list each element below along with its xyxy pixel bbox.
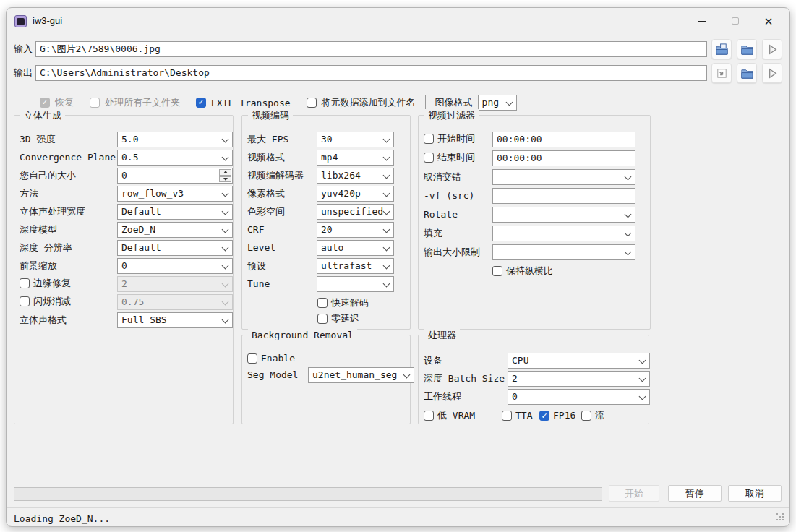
close-button[interactable]: ✕ — [752, 8, 785, 34]
play-icon — [766, 66, 779, 80]
edge-fix-checkbox[interactable] — [20, 278, 30, 288]
field-label: Rotate — [424, 207, 458, 222]
video-codec-combobox[interactable]: libx264 — [317, 168, 394, 184]
input-folder-button[interactable] — [737, 39, 757, 59]
flicker-reduction-checkbox[interactable] — [20, 296, 30, 306]
field-label: 预设 — [247, 258, 266, 273]
chevron-down-icon — [383, 208, 390, 215]
start-button[interactable]: 开始 — [609, 485, 659, 502]
field-label: 视频编解码器 — [247, 168, 304, 183]
output-path-field[interactable]: C:\Users\Administrator\Desktop — [35, 65, 707, 81]
field-label: 工作线程 — [424, 389, 461, 404]
chevron-down-icon — [505, 99, 513, 106]
max-fps-combobox[interactable]: 30 — [317, 132, 394, 147]
process-subfolders-checkbox[interactable] — [90, 98, 100, 108]
chevron-down-icon — [383, 226, 390, 233]
stream-checkbox[interactable] — [581, 411, 591, 421]
start-time-checkbox[interactable] — [424, 134, 434, 144]
folder-icon — [740, 43, 754, 56]
start-time-field[interactable]: 00:00:00 — [492, 132, 635, 147]
flicker-reduction-combobox[interactable]: 0.75 — [117, 294, 233, 310]
own-size-spinbox[interactable]: 0 — [117, 168, 233, 184]
chevron-down-icon — [625, 249, 632, 256]
cancel-button[interactable]: 取消 — [728, 485, 782, 502]
pause-button[interactable]: 暂停 — [668, 485, 722, 502]
field-label: 视频格式 — [247, 150, 285, 165]
panel-background-removal: Background Removal Enable Seg Model u2ne… — [241, 335, 411, 424]
spin-down-button[interactable] — [219, 176, 231, 183]
chevron-down-icon — [222, 299, 229, 306]
input-path-field[interactable]: G:\图片2\7589\0006.jpg — [35, 41, 707, 57]
depth-batch-size-combobox[interactable]: 2 — [508, 371, 650, 387]
chevron-down-icon — [222, 226, 229, 233]
field-label: 最大 FPS — [247, 132, 288, 147]
pixel-format-combobox[interactable]: yuv420p — [317, 186, 394, 202]
tta-checkbox[interactable] — [502, 411, 512, 421]
convergence-plane-combobox[interactable]: 0.5 — [117, 150, 233, 166]
titlebar: iw3-gui ✕ — [7, 8, 789, 34]
chevron-down-icon — [222, 262, 229, 270]
end-time-field[interactable]: 00:00:00 — [492, 150, 635, 166]
panel-title: 立体生成 — [20, 109, 65, 121]
zero-latency-checkbox[interactable] — [317, 314, 328, 324]
crf-combobox[interactable]: 20 — [317, 222, 394, 238]
worker-threads-combobox[interactable]: 0 — [508, 389, 650, 405]
stereo-format-combobox[interactable]: Full SBS — [117, 312, 233, 328]
chevron-down-icon — [639, 375, 646, 382]
chevron-down-icon — [625, 173, 632, 181]
output-folder-button[interactable] — [737, 63, 757, 83]
rotate-combobox[interactable] — [492, 207, 635, 223]
3d-strength-combobox[interactable]: 5.0 — [117, 132, 233, 147]
chevron-down-icon — [383, 136, 390, 143]
input-play-button[interactable] — [762, 39, 782, 59]
depth-resolution-combobox[interactable]: Default — [117, 240, 233, 256]
keep-aspect-checkbox[interactable] — [492, 266, 502, 276]
maximize-button[interactable] — [719, 8, 752, 34]
field-label: 方法 — [20, 186, 38, 201]
chevron-down-icon — [222, 136, 229, 143]
method-combobox[interactable]: row_flow_v3 — [117, 186, 233, 202]
image-format-combobox[interactable]: png — [478, 95, 517, 111]
low-vram-checkbox[interactable] — [424, 411, 434, 421]
options-row: 恢复 处理所有子文件夹 EXIF Transpose 将元数据添加到文件名 图像… — [40, 95, 517, 111]
fp16-checkbox[interactable] — [539, 411, 549, 421]
field-label: 像素格式 — [247, 186, 285, 201]
output-size-limit-combobox[interactable] — [492, 244, 635, 260]
open-file-button[interactable] — [711, 39, 732, 59]
output-play-button[interactable] — [762, 63, 782, 83]
bg-removal-enable-checkbox[interactable] — [247, 353, 257, 364]
exif-transpose-checkbox[interactable] — [196, 98, 206, 108]
foreground-scale-combobox[interactable]: 0 — [117, 258, 233, 274]
output-label: 输出 — [14, 66, 35, 80]
resume-checkbox[interactable] — [40, 98, 50, 108]
depth-model-combobox[interactable]: ZoeD_N — [117, 222, 233, 238]
reveal-output-button[interactable] — [711, 63, 732, 83]
vf-src-field[interactable] — [492, 188, 635, 204]
deinterlace-combobox[interactable] — [492, 169, 635, 185]
colorspace-combobox[interactable]: unspecified — [317, 204, 394, 220]
video-format-combobox[interactable]: mp4 — [317, 150, 394, 166]
chevron-down-icon — [639, 357, 646, 364]
minimize-button[interactable] — [685, 8, 719, 34]
exif-transpose-label: EXIF Transpose — [211, 98, 291, 108]
end-time-checkbox[interactable] — [424, 153, 434, 163]
seg-model-combobox[interactable]: u2net_human_seg — [308, 367, 414, 383]
field-label: 3D 强度 — [20, 132, 55, 147]
device-combobox[interactable]: CPU — [508, 353, 650, 369]
spin-up-button[interactable] — [219, 169, 231, 176]
panel-processor: 处理器 设备 CPU 深度 Batch Size 2 工作线程 0 低 VRAM… — [418, 335, 649, 424]
tune-combobox[interactable] — [317, 276, 394, 292]
app-icon — [14, 15, 27, 27]
chevron-down-icon — [403, 372, 411, 379]
stereo-width-combobox[interactable]: Default — [117, 204, 233, 220]
chevron-down-icon — [222, 317, 229, 324]
metadata-filename-checkbox[interactable] — [307, 98, 317, 108]
panel-title: Background Removal — [248, 329, 357, 341]
resize-grip[interactable] — [776, 513, 785, 522]
edge-fix-combobox[interactable]: 2 — [117, 276, 233, 292]
fast-decode-checkbox[interactable] — [317, 298, 328, 308]
statusbar: Loading ZoeD_N... — [7, 507, 789, 526]
level-combobox[interactable]: auto — [317, 240, 394, 256]
padding-combobox[interactable] — [492, 226, 635, 241]
preset-combobox[interactable]: ultrafast — [317, 258, 394, 274]
